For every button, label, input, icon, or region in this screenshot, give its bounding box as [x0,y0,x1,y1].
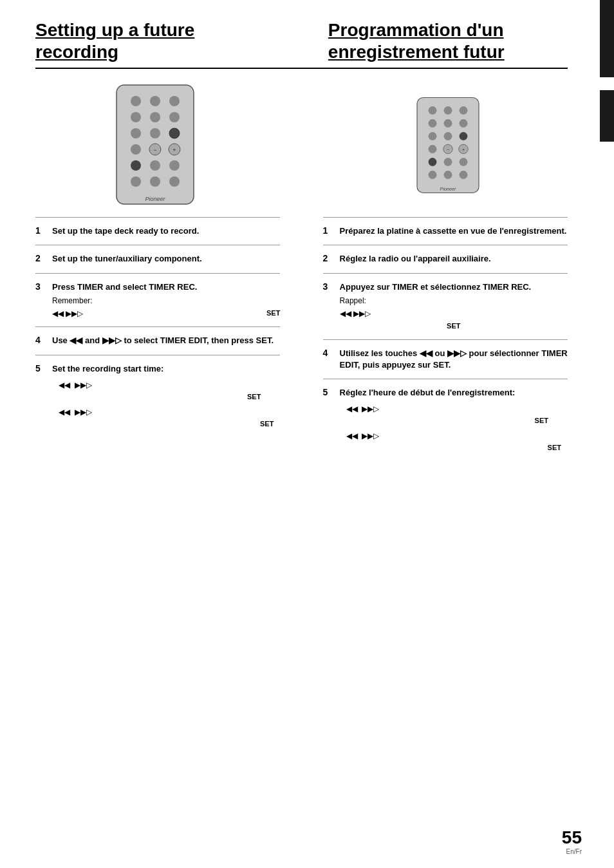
svg-point-19 [150,176,160,187]
svg-text:−: − [153,147,156,153]
svg-point-17 [169,160,180,171]
svg-point-4 [131,112,141,122]
step-en-4: 4 Use ◀◀ and ▶▶▷ to select TIMER EDIT, t… [35,326,280,354]
svg-point-23 [429,106,437,115]
remotes-row: − + Pioneer [35,82,568,211]
page-lang: En/Fr [566,848,582,855]
tab-marker-bottom [600,90,614,142]
svg-point-41 [444,171,452,179]
svg-point-1 [131,96,141,106]
nav-icons-en3: ◀◀ ▶▶▷ [52,308,83,319]
title-en: Setting up a future recording [35,19,275,62]
step-number: 2 [323,253,333,263]
step-text: Use ◀◀ and ▶▶▷ to select TIMER EDIT, the… [52,335,280,346]
step-number: 3 [35,281,46,292]
step-en-2: 2 Set up the tuner/auxiliary component. [35,245,280,272]
nav-icons-en5-1: ◀◀ ▶▶▷ [59,381,92,390]
step-text: Réglez l'heure de début de l'enregistrem… [340,387,568,453]
step-fr-3: 3 Appuyez sur TIMER et sélectionnez TIME… [323,273,568,339]
svg-point-20 [169,176,180,187]
page-container: Setting up a future recording Programmat… [0,0,614,868]
svg-point-10 [131,144,141,155]
step-fr-1: 1 Préparez la platine à cassette en vue … [323,217,568,245]
remote-left-container: − + Pioneer [35,82,275,211]
step-text: Appuyez sur TIMER et sélectionnez TIMER … [340,281,568,332]
svg-text:Pioneer: Pioneer [440,185,456,191]
svg-point-6 [169,112,180,122]
svg-point-29 [429,132,437,140]
svg-point-39 [460,158,468,166]
step-number: 5 [323,387,333,397]
step-number: 2 [35,253,46,263]
step-number: 3 [323,281,333,292]
steps-container: 1 Set up the tape deck ready to record. … [35,217,568,460]
header-left: Setting up a future recording [35,19,275,62]
step-number: 1 [35,225,46,236]
nav-icons-fr5-2: ◀◀ ▶▶▷ [346,431,380,440]
svg-point-5 [150,112,160,122]
svg-point-32 [429,145,437,153]
svg-point-18 [131,176,141,187]
svg-point-2 [150,96,160,106]
svg-point-7 [131,128,141,138]
svg-point-28 [460,119,468,127]
header-row: Setting up a future recording Programmat… [35,19,568,69]
step-number: 5 [35,363,46,373]
nav-icons-fr5-1: ◀◀ ▶▶▷ [346,404,380,413]
svg-point-9 [169,128,180,138]
svg-point-3 [169,96,180,106]
step-fr-5: 5 Réglez l'heure de début de l'enregistr… [323,379,568,461]
step-text: Press TIMER and select TIMER REC. Rememb… [52,281,280,319]
svg-point-37 [429,158,437,166]
step-text: Réglez la radio ou l'appareil auxiliaire… [340,253,568,265]
nav-icons-en5-2: ◀◀ ▶▶▷ [59,408,92,417]
step-fr-4: 4 Utilisez les touches ◀◀ ou ▶▶▷ pour sé… [323,339,568,379]
svg-point-30 [444,132,452,140]
header-right: Programmation d'un enregistrement futur [328,19,568,62]
step-number: 4 [323,348,333,358]
svg-point-40 [429,171,437,179]
svg-point-8 [150,128,160,138]
step-number: 1 [323,225,333,236]
svg-point-15 [131,160,141,171]
svg-point-16 [150,160,160,171]
page-number-area: 55 En/Fr [562,827,582,855]
svg-point-42 [460,171,468,179]
step-text: Utilisez les touches ◀◀ ou ▶▶▷ pour séle… [340,348,568,371]
remote-right-image: − + Pioneer [409,93,487,200]
nav-icons-fr3: ◀◀ ▶▶▷ [340,308,371,319]
svg-text:+: + [462,146,465,152]
step-fr-2: 2 Réglez la radio ou l'appareil auxiliai… [323,245,568,272]
svg-point-38 [444,158,452,166]
remote-right-container: − + Pioneer [328,93,568,200]
set-label-en3: SET [266,308,280,319]
svg-text:+: + [172,147,176,153]
step-text: Set up the tuner/auxiliary component. [52,253,280,265]
svg-text:−: − [447,146,449,152]
step-en-3: 3 Press TIMER and select TIMER REC. Reme… [35,273,280,327]
page-number: 55 [562,827,582,848]
step-en-5: 5 Set the recording start time: ◀◀ ▶▶▷ S… [35,355,280,437]
svg-point-27 [444,119,452,127]
svg-point-24 [444,106,452,115]
step-text: Préparez la platine à cassette en vue de… [340,225,568,237]
steps-right: 1 Préparez la platine à cassette en vue … [323,217,568,460]
steps-left: 1 Set up the tape deck ready to record. … [35,217,280,460]
title-fr: Programmation d'un enregistrement futur [328,19,568,62]
svg-text:Pioneer: Pioneer [145,196,166,202]
svg-point-31 [460,132,468,140]
svg-point-26 [429,119,437,127]
step-en-1: 1 Set up the tape deck ready to record. [35,217,280,245]
svg-point-25 [460,106,468,115]
step-text: Set up the tape deck ready to record. [52,225,280,237]
remote-left-image: − + Pioneer [107,82,203,211]
tab-marker-top [600,0,614,77]
step-text: Set the recording start time: ◀◀ ▶▶▷ SET… [52,363,280,429]
step-number: 4 [35,335,46,345]
